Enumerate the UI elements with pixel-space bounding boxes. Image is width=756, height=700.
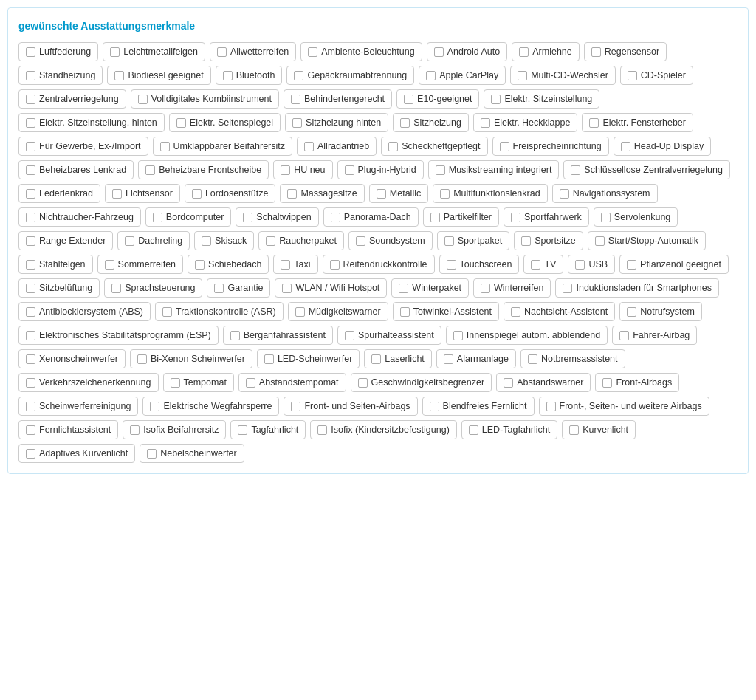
tag-item[interactable]: Tagfahrlicht — [230, 420, 306, 439]
tag-item[interactable]: Innenspiegel autom. abblendend — [446, 326, 608, 345]
tag-item[interactable]: Induktionsladen für Smartphones — [555, 278, 718, 298]
tag-item[interactable]: Behindertengerecht — [284, 89, 392, 109]
tag-item[interactable]: USB — [568, 255, 615, 274]
tag-item[interactable]: Elektr. Sitzeinstellung — [484, 89, 599, 109]
tag-item[interactable]: Kurvenlicht — [562, 420, 636, 439]
tag-item[interactable]: Garantie — [207, 278, 270, 298]
tag-item[interactable]: Schiebedach — [188, 255, 269, 274]
tag-item[interactable]: Alarmanlage — [436, 349, 516, 368]
tag-item[interactable]: Müdigkeitswarner — [288, 302, 388, 321]
tag-item[interactable]: Für Gewerbe, Ex-/Import — [18, 137, 148, 156]
tag-item[interactable]: Sitzbelüftung — [18, 278, 100, 298]
tag-item[interactable]: Notrufsystem — [619, 302, 702, 321]
tag-item[interactable]: Allwetterreifen — [210, 42, 296, 61]
tag-item[interactable]: Umklappbarer Beifahrersitz — [153, 137, 292, 156]
tag-item[interactable]: Antiblockiersystem (ABS) — [18, 302, 151, 321]
tag-item[interactable]: Sportfahrwerk — [504, 207, 589, 227]
tag-item[interactable]: Ambiente-Beleuchtung — [300, 42, 422, 61]
tag-item[interactable]: Schlüssellose Zentralverriegelung — [563, 160, 730, 179]
tag-item[interactable]: Scheckheftgepflegt — [381, 137, 487, 156]
tag-item[interactable]: Front-, Seiten- und weitere Airbags — [539, 397, 709, 416]
tag-item[interactable]: Multifunktionslenkrad — [433, 184, 547, 203]
tag-item[interactable]: Sommerreifen — [97, 255, 184, 274]
tag-item[interactable]: Abstandswarner — [496, 373, 591, 392]
tag-item[interactable]: Geschwindigkeitsbegrenzer — [351, 373, 492, 392]
tag-item[interactable]: Taxi — [273, 255, 317, 274]
tag-item[interactable]: Musikstreaming integriert — [428, 160, 560, 179]
tag-item[interactable]: Nichtraucher-Fahrzeug — [18, 207, 141, 227]
tag-item[interactable]: Metallic — [369, 184, 428, 203]
tag-item[interactable]: TV — [523, 255, 563, 274]
tag-item[interactable]: Sportpaket — [437, 231, 509, 250]
tag-item[interactable]: Touchscreen — [439, 255, 520, 274]
tag-item[interactable]: Zentralverriegelung — [18, 89, 126, 109]
tag-item[interactable]: Xenonscheinwerfer — [18, 349, 126, 368]
tag-item[interactable]: Freisprecheinrichtung — [492, 137, 609, 156]
tag-item[interactable]: Elektronisches Stabilitätsprogramm (ESP) — [18, 326, 219, 345]
tag-item[interactable]: Totwinkel-Assistent — [393, 302, 499, 321]
tag-item[interactable]: Soundsystem — [348, 231, 433, 250]
tag-item[interactable]: Fahrer-Airbag — [612, 326, 697, 345]
tag-item[interactable]: Sprachsteuerung — [104, 278, 202, 298]
tag-item[interactable]: Front-Airbags — [595, 373, 679, 392]
tag-item[interactable]: Lichtsensor — [105, 184, 180, 203]
tag-item[interactable]: Luftfederung — [18, 42, 98, 61]
tag-item[interactable]: Standheizung — [18, 66, 103, 85]
tag-item[interactable]: Spurhalteassistent — [337, 326, 441, 345]
tag-item[interactable]: CD-Spieler — [620, 66, 693, 85]
tag-item[interactable]: Apple CarPlay — [419, 66, 506, 85]
tag-item[interactable]: Partikelfilter — [423, 207, 499, 227]
tag-item[interactable]: Verkehrszeichenerkennung — [18, 373, 159, 392]
tag-item[interactable]: E10-geeignet — [396, 89, 479, 109]
tag-item[interactable]: Raucherpaket — [258, 231, 344, 250]
tag-item[interactable]: Traktionskontrolle (ASR) — [155, 302, 284, 321]
tag-item[interactable]: Elektr. Heckklappe — [473, 113, 578, 132]
tag-item[interactable]: Laserlicht — [364, 349, 432, 368]
tag-item[interactable]: Skisack — [194, 231, 254, 250]
tag-item[interactable]: Nachtsicht-Assistent — [504, 302, 615, 321]
tag-item[interactable]: Sitzheizung hinten — [285, 113, 388, 132]
tag-item[interactable]: Navigationssystem — [552, 184, 658, 203]
tag-item[interactable]: Front- und Seiten-Airbags — [284, 397, 417, 416]
tag-item[interactable]: Adaptives Kurvenlicht — [18, 444, 135, 463]
tag-item[interactable]: Tempomat — [163, 373, 234, 392]
tag-item[interactable]: Massagesitze — [280, 184, 364, 203]
tag-item[interactable]: Winterreifen — [473, 278, 551, 298]
tag-item[interactable]: Scheinwerferreinigung — [18, 397, 138, 416]
tag-item[interactable]: Android Auto — [427, 42, 508, 61]
tag-item[interactable]: Sportsitze — [514, 231, 583, 250]
tag-item[interactable]: Schaltwippen — [236, 207, 318, 227]
tag-item[interactable]: Elektr. Seitenspiegel — [169, 113, 281, 132]
tag-item[interactable]: Stahlfelgen — [18, 255, 93, 274]
tag-item[interactable]: Reifendruckkontrolle — [323, 255, 435, 274]
tag-item[interactable]: Beheizbare Frontscheibe — [138, 160, 269, 179]
tag-item[interactable]: Bordcomputer — [145, 207, 232, 227]
tag-item[interactable]: Biodiesel geeignet — [107, 66, 210, 85]
tag-item[interactable]: Multi-CD-Wechsler — [510, 66, 616, 85]
tag-item[interactable]: Dachreling — [117, 231, 190, 250]
tag-item[interactable]: Winterpaket — [391, 278, 469, 298]
tag-item[interactable]: Gepäckraumabtrennung — [286, 66, 414, 85]
tag-item[interactable]: Blendfreies Fernlicht — [422, 397, 535, 416]
tag-item[interactable]: Beheizbares Lenkrad — [18, 160, 134, 179]
tag-item[interactable]: LED-Tagfahrlicht — [461, 420, 557, 439]
tag-item[interactable]: HU neu — [273, 160, 332, 179]
tag-item[interactable]: Berganfahrassistent — [223, 326, 333, 345]
tag-item[interactable]: Elektr. Fensterheber — [582, 113, 693, 132]
tag-item[interactable]: Armlehne — [512, 42, 580, 61]
tag-item[interactable]: Bluetooth — [216, 66, 283, 85]
tag-item[interactable]: Isofix Beifahrersitz — [123, 420, 226, 439]
tag-item[interactable]: Notbremsassistent — [520, 349, 625, 368]
tag-item[interactable]: Lederlenkrad — [18, 184, 100, 203]
tag-item[interactable]: Start/Stopp-Automatik — [588, 231, 706, 250]
tag-item[interactable]: Panorama-Dach — [323, 207, 419, 227]
tag-item[interactable]: Allradantrieb — [297, 137, 377, 156]
tag-item[interactable]: Fernlichtassistent — [18, 420, 118, 439]
tag-item[interactable]: Nebelscheinwerfer — [140, 444, 244, 463]
tag-item[interactable]: Elektr. Sitzeinstellung, hinten — [18, 113, 165, 132]
tag-item[interactable]: Isofix (Kindersitzbefestigung) — [310, 420, 457, 439]
tag-item[interactable]: Pflanzenöl geeignet — [619, 255, 729, 274]
tag-item[interactable]: Sitzheizung — [393, 113, 469, 132]
tag-item[interactable]: Leichtmetallfelgen — [103, 42, 205, 61]
tag-item[interactable]: LED-Scheinwerfer — [257, 349, 360, 368]
